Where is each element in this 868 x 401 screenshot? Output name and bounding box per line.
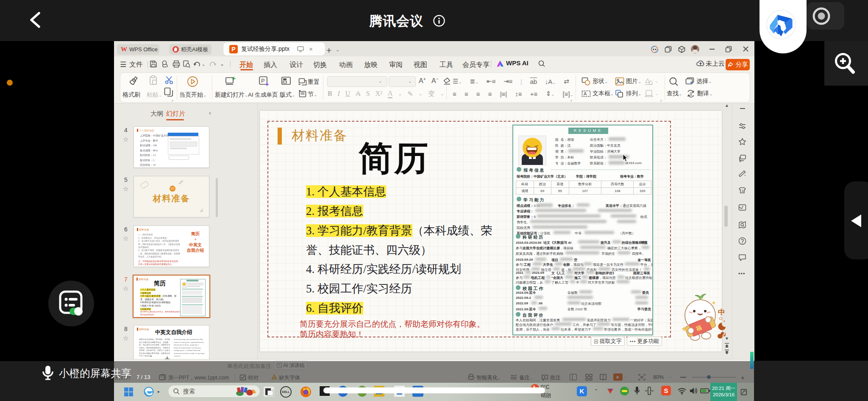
svg-text:文: 文 xyxy=(689,92,693,96)
svg-text:A: A xyxy=(584,91,587,96)
svg-text:A: A xyxy=(742,189,744,192)
svg-text:P: P xyxy=(261,78,265,84)
